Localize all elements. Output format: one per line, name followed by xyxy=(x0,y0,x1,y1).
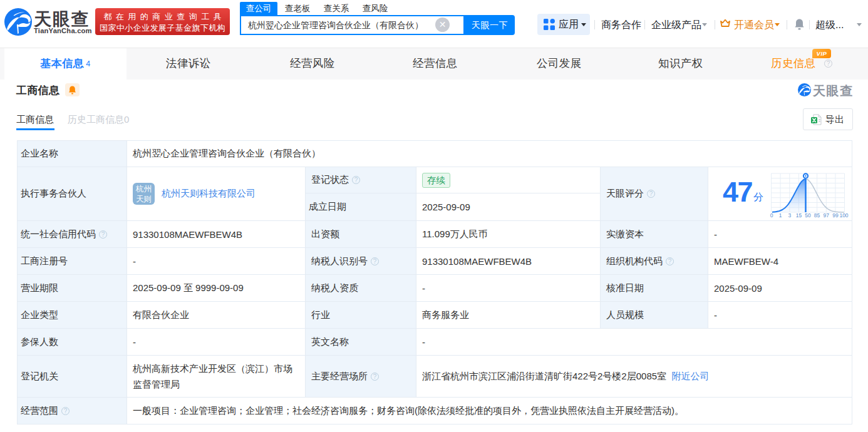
svg-text:1: 1 xyxy=(779,212,782,219)
svg-text:3: 3 xyxy=(788,212,791,219)
svg-text:99: 99 xyxy=(832,212,839,219)
svg-text:85: 85 xyxy=(814,212,820,219)
svg-text:15: 15 xyxy=(796,212,802,219)
svg-text:50: 50 xyxy=(805,212,811,219)
svg-text:97: 97 xyxy=(824,212,830,219)
svg-text:100: 100 xyxy=(839,212,848,219)
svg-text:0: 0 xyxy=(770,212,773,219)
